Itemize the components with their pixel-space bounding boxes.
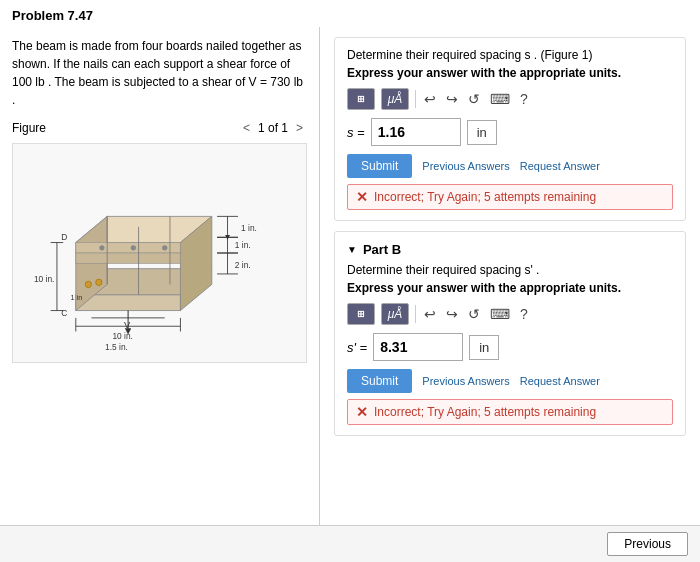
mu-btn[interactable]: μÅ [381, 88, 409, 110]
part-a-prev-answers-link[interactable]: Previous Answers [422, 160, 509, 172]
part-b-help-icon[interactable]: ? [518, 304, 530, 324]
part-b-answer-row: s' = in [347, 333, 673, 361]
part-a-toolbar: ⊞ μÅ ↩ ↪ ↺ ⌨ ? [347, 88, 673, 110]
svg-text:1 in: 1 in [71, 293, 83, 302]
svg-text:V: V [124, 319, 131, 330]
svg-text:D: D [61, 232, 67, 242]
figure-section: Figure < 1 of 1 > [12, 119, 307, 515]
beam-diagram-svg: 1 in. 1 in. 2 in. 10 in. [13, 144, 306, 362]
part-a-answer-row: s = in [347, 118, 673, 146]
svg-marker-7 [76, 253, 181, 263]
svg-text:1 in.: 1 in. [235, 240, 251, 250]
grid-icon-btn[interactable]: ⊞ [347, 88, 375, 110]
part-b-section: ▼ Part B Determine their required spacin… [334, 231, 686, 436]
svg-point-37 [99, 245, 104, 250]
part-b-input[interactable] [373, 333, 463, 361]
part-b-toolbar-separator [415, 305, 416, 323]
svg-text:C: C [61, 308, 67, 318]
redo-icon[interactable]: ↪ [444, 89, 460, 109]
part-b-redo-icon[interactable]: ↪ [444, 304, 460, 324]
part-a-intro: Determine their required spacing s . (Fi… [347, 48, 673, 62]
part-a-feedback: ✕ Incorrect; Try Again; 5 attempts remai… [347, 184, 673, 210]
part-b-intro: Determine their required spacing s' . [347, 263, 673, 277]
bottom-bar: Previous [0, 525, 700, 562]
part-b-refresh-icon[interactable]: ↺ [466, 304, 482, 324]
part-b-keyboard-icon[interactable]: ⌨ [488, 304, 512, 324]
part-a-instruction: Express your answer with the appropriate… [347, 66, 673, 80]
svg-point-40 [85, 281, 91, 287]
figure-label: Figure [12, 121, 46, 135]
part-a-section: Determine their required spacing s . (Fi… [334, 37, 686, 221]
problem-header: Problem 7.47 [0, 0, 700, 27]
help-icon[interactable]: ? [518, 89, 530, 109]
figure-page: 1 of 1 [258, 121, 288, 135]
svg-point-39 [162, 245, 167, 250]
part-b-action-row: Submit Previous Answers Request Answer [347, 369, 673, 393]
keyboard-icon[interactable]: ⌨ [488, 89, 512, 109]
part-a-request-answer-link[interactable]: Request Answer [520, 160, 600, 172]
part-b-mu-btn[interactable]: μÅ [381, 303, 409, 325]
problem-description: The beam is made from four boards nailed… [12, 37, 307, 109]
figure-next-arrow[interactable]: > [292, 119, 307, 137]
part-b-grid-icon-btn[interactable]: ⊞ [347, 303, 375, 325]
refresh-icon[interactable]: ↺ [466, 89, 482, 109]
collapse-icon[interactable]: ▼ [347, 244, 357, 255]
part-b-toolbar: ⊞ μÅ ↩ ↪ ↺ ⌨ ? [347, 303, 673, 325]
part-a-input[interactable] [371, 118, 461, 146]
part-b-header: ▼ Part B [347, 242, 673, 257]
undo-icon[interactable]: ↩ [422, 89, 438, 109]
part-b-prev-answers-link[interactable]: Previous Answers [422, 375, 509, 387]
toolbar-separator [415, 90, 416, 108]
part-b-request-answer-link[interactable]: Request Answer [520, 375, 600, 387]
svg-text:1 in.: 1 in. [241, 223, 257, 233]
part-b-answer-label: s' = [347, 340, 367, 355]
previous-button[interactable]: Previous [607, 532, 688, 556]
svg-point-38 [131, 245, 136, 250]
svg-text:10 in.: 10 in. [112, 331, 132, 341]
part-b-submit-button[interactable]: Submit [347, 369, 412, 393]
svg-text:2 in.: 2 in. [235, 260, 251, 270]
svg-point-41 [96, 279, 102, 285]
right-panel: Determine their required spacing s . (Fi… [320, 27, 700, 525]
part-a-answer-label: s = [347, 125, 365, 140]
part-b-feedback: ✕ Incorrect; Try Again; 5 attempts remai… [347, 399, 673, 425]
svg-text:1.5 in.: 1.5 in. [105, 342, 128, 352]
figure-prev-arrow[interactable]: < [239, 119, 254, 137]
part-a-action-row: Submit Previous Answers Request Answer [347, 154, 673, 178]
part-b-unit: in [469, 335, 499, 360]
left-panel: The beam is made from four boards nailed… [0, 27, 320, 525]
beam-figure: 1 in. 1 in. 2 in. 10 in. [12, 143, 307, 363]
part-b-instruction: Express your answer with the appropriate… [347, 281, 673, 295]
svg-text:10 in.: 10 in. [34, 274, 54, 284]
part-a-unit: in [467, 120, 497, 145]
part-a-submit-button[interactable]: Submit [347, 154, 412, 178]
part-b-feedback-x-icon: ✕ [356, 404, 368, 420]
part-b-undo-icon[interactable]: ↩ [422, 304, 438, 324]
feedback-x-icon: ✕ [356, 189, 368, 205]
